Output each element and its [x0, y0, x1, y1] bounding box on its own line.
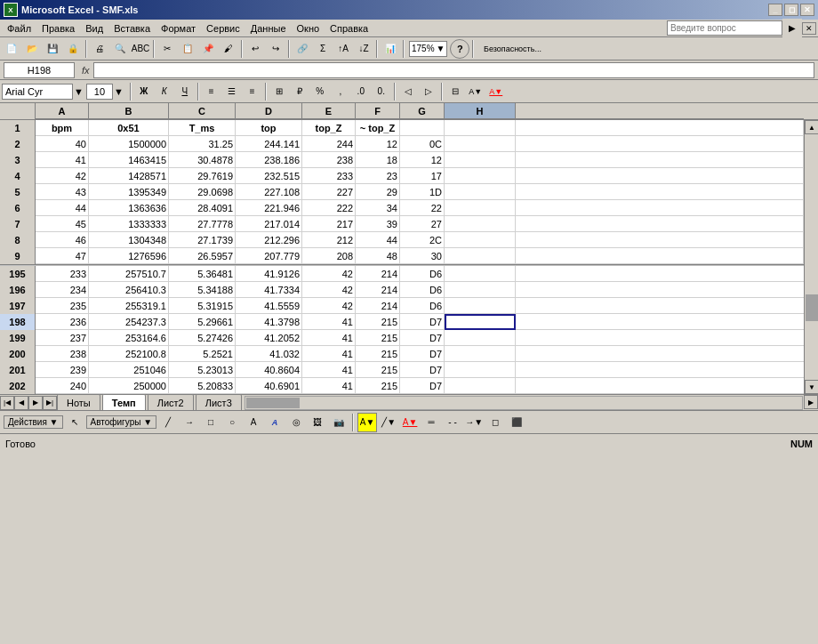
cell-b[interactable]: 257510.7	[89, 266, 169, 282]
cell-e[interactable]: 222	[302, 200, 356, 216]
menu-format[interactable]: Формат	[156, 22, 201, 35]
cell-e[interactable]: 41	[302, 378, 356, 394]
cell-a[interactable]: 40	[36, 136, 89, 152]
print-preview-button[interactable]: 🔍	[110, 39, 130, 59]
cell-g[interactable]: 30	[400, 248, 445, 264]
cell-b[interactable]: 256410.3	[89, 282, 169, 298]
menu-edit[interactable]: Правка	[36, 22, 80, 35]
restore-button[interactable]: ◻	[784, 4, 798, 16]
cell-g[interactable]: D6	[400, 282, 445, 298]
scroll-thumb-vertical[interactable]	[806, 294, 818, 321]
menu-window[interactable]: Окно	[292, 22, 325, 35]
open-button[interactable]: 📂	[22, 39, 42, 59]
zoom-dropdown-icon[interactable]: ▼	[437, 44, 445, 53]
col-header-g[interactable]: G	[400, 103, 445, 119]
cell-f[interactable]: 215	[356, 314, 400, 330]
cell-a[interactable]: 234	[36, 282, 89, 298]
cell-d[interactable]: 221.946	[236, 200, 302, 216]
chart-button[interactable]: 📊	[381, 39, 400, 59]
cell-g[interactable]: 0C	[400, 136, 445, 152]
diagram-button[interactable]: ◎	[286, 413, 306, 432]
cell-g[interactable]: D6	[400, 298, 445, 314]
cut-button[interactable]: ✂	[157, 39, 177, 59]
underline-button[interactable]: Ч	[175, 82, 195, 101]
cell-c[interactable]: 29.7619	[169, 168, 236, 184]
cell-c[interactable]: 5.34188	[169, 282, 236, 298]
cell-d[interactable]: 41.032	[236, 346, 302, 362]
hyperlink-button[interactable]: 🔗	[293, 39, 312, 59]
cell-c[interactable]: 5.2521	[169, 346, 236, 362]
security-button[interactable]: Безопасность...	[477, 39, 548, 59]
cell-f[interactable]: 39	[356, 216, 400, 232]
decrease-decimal-button[interactable]: 0.	[372, 82, 391, 101]
cell-b[interactable]: 250000	[89, 378, 169, 394]
paste-button[interactable]: 📌	[198, 39, 218, 59]
cell-c[interactable]: 5.29661	[169, 314, 236, 330]
cell-c[interactable]: 31.25	[169, 136, 236, 152]
col-header-e[interactable]: E	[302, 103, 356, 119]
new-button[interactable]: 📄	[2, 39, 21, 59]
cell-e[interactable]: 42	[302, 282, 356, 298]
sheet-tab-темп[interactable]: Темп	[102, 394, 146, 410]
clipart-button[interactable]: 🖼	[308, 413, 327, 432]
cell-c[interactable]: T_ms	[169, 120, 236, 136]
minimize-button[interactable]: _	[768, 4, 782, 16]
shadow-button[interactable]: ◻	[485, 413, 505, 432]
print-button[interactable]: 🖨	[90, 39, 109, 59]
cell-a[interactable]: 237	[36, 330, 89, 346]
menu-tools[interactable]: Сервис	[201, 22, 245, 35]
cell-f[interactable]: 214	[356, 282, 400, 298]
cell-h[interactable]	[445, 152, 516, 168]
cell-a[interactable]: 42	[36, 168, 89, 184]
cell-a[interactable]: 43	[36, 184, 89, 200]
cell-a[interactable]: 236	[36, 314, 89, 330]
currency-button[interactable]: ₽	[290, 82, 309, 101]
cell-b[interactable]: 254237.3	[89, 314, 169, 330]
cell-h[interactable]	[445, 346, 516, 362]
cell-d[interactable]: 238.186	[236, 152, 302, 168]
cell-h[interactable]	[445, 136, 516, 152]
cell-e[interactable]: 227	[302, 184, 356, 200]
cell-b[interactable]: 1276596	[89, 248, 169, 264]
search-input[interactable]	[667, 20, 782, 36]
col-header-h[interactable]: H	[445, 103, 516, 119]
cell-a[interactable]: 47	[36, 248, 89, 264]
cell-h[interactable]	[445, 216, 516, 232]
cell-h[interactable]	[445, 330, 516, 346]
cell-a[interactable]: 239	[36, 362, 89, 378]
scroll-track-vertical[interactable]	[805, 134, 818, 380]
sheet-tab-лист2[interactable]: Лист2	[148, 394, 194, 410]
cell-h[interactable]	[445, 120, 516, 136]
italic-button[interactable]: К	[155, 82, 174, 101]
dash-style-button[interactable]: - -	[443, 413, 462, 432]
cell-d[interactable]: 244.141	[236, 136, 302, 152]
cell-h[interactable]	[445, 282, 516, 298]
align-center-button[interactable]: ☰	[222, 82, 242, 101]
font-size[interactable]	[86, 84, 113, 100]
cell-g[interactable]: 22	[400, 200, 445, 216]
scroll-down-button[interactable]: ▼	[805, 380, 818, 394]
cell-c[interactable]: 5.36481	[169, 266, 236, 282]
cell-h[interactable]	[445, 378, 516, 394]
scroll-up-button[interactable]: ▲	[805, 120, 818, 134]
cell-h[interactable]	[445, 200, 516, 216]
vertical-scrollbar[interactable]: ▲ ▼	[804, 120, 818, 394]
size-dropdown-icon[interactable]: ▼	[114, 86, 124, 97]
line-button[interactable]: ╱	[158, 413, 178, 432]
cell-b[interactable]: 251046	[89, 362, 169, 378]
cell-d[interactable]: 40.6901	[236, 378, 302, 394]
cell-a[interactable]: 238	[36, 346, 89, 362]
autoshapes-dropdown[interactable]: Автофигуры ▼	[86, 415, 157, 429]
cell-c[interactable]: 27.7778	[169, 216, 236, 232]
select-objects-button[interactable]: ↖	[65, 413, 84, 432]
cell-f[interactable]: 215	[356, 378, 400, 394]
cell-e[interactable]: 217	[302, 216, 356, 232]
cell-d[interactable]: 217.014	[236, 216, 302, 232]
cell-e[interactable]: 41	[302, 362, 356, 378]
cell-f[interactable]: 44	[356, 232, 400, 248]
actions-dropdown[interactable]: Действия ▼	[4, 415, 63, 429]
cell-d[interactable]: 212.296	[236, 232, 302, 248]
cell-g[interactable]: 2C	[400, 232, 445, 248]
cell-b[interactable]: 1463415	[89, 152, 169, 168]
font-color-button[interactable]: A▼	[486, 82, 506, 101]
